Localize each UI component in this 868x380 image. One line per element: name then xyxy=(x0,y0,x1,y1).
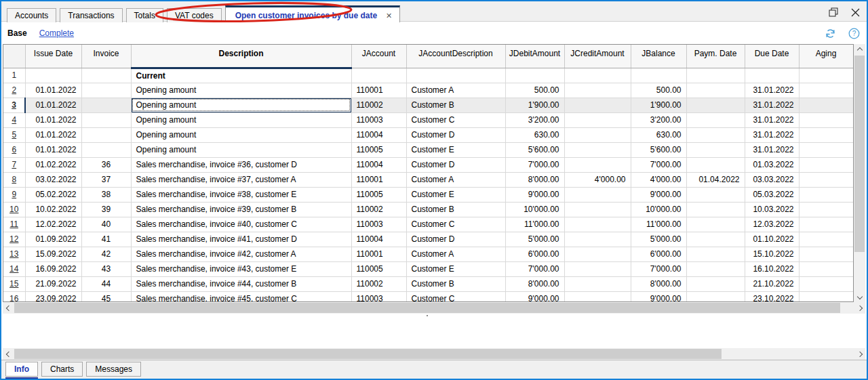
cell[interactable]: 5'000.00 xyxy=(631,232,686,247)
cell[interactable] xyxy=(564,157,631,172)
cell[interactable]: 110005 xyxy=(351,142,406,157)
cell[interactable] xyxy=(799,127,853,142)
cell[interactable] xyxy=(81,142,131,157)
cell[interactable] xyxy=(686,261,745,276)
row-number-link[interactable]: 11 xyxy=(10,219,18,229)
row-number[interactable]: 16 xyxy=(3,291,25,302)
scroll-right-button[interactable] xyxy=(854,302,865,314)
restore-window-button[interactable] xyxy=(827,6,840,18)
cell[interactable]: 110002 xyxy=(351,276,406,291)
cell[interactable]: Sales merchandise, invoice #36, customer… xyxy=(131,157,351,172)
cell[interactable]: Sales merchandise, invoice #38, customer… xyxy=(131,187,351,202)
cell[interactable] xyxy=(564,247,631,261)
column-header[interactable]: JBalance xyxy=(631,45,686,68)
row-number[interactable]: 14 xyxy=(3,261,25,276)
info-horizontal-scrollbar[interactable] xyxy=(3,348,865,360)
scroll-right-button[interactable] xyxy=(854,348,865,360)
column-header[interactable]: Aging xyxy=(799,45,853,68)
column-header[interactable]: Issue Date xyxy=(25,45,81,68)
cell[interactable] xyxy=(25,68,81,83)
cell[interactable]: Customer A xyxy=(406,172,505,187)
cell[interactable]: Customer D xyxy=(406,232,505,247)
cell[interactable] xyxy=(799,247,853,261)
cell[interactable]: 03.02.2022 xyxy=(25,172,81,187)
horizontal-scrollbar-thumb[interactable] xyxy=(14,303,840,313)
scroll-left-button[interactable] xyxy=(3,302,14,314)
cell[interactable] xyxy=(686,83,745,98)
row-number-link[interactable]: 4 xyxy=(12,115,16,125)
cell[interactable]: 5'600.00 xyxy=(631,142,686,157)
cell[interactable]: 11'000.00 xyxy=(505,217,564,232)
cell[interactable] xyxy=(81,83,131,98)
cell[interactable]: 21.10.2022 xyxy=(745,276,799,291)
cell[interactable] xyxy=(686,142,745,157)
cell[interactable] xyxy=(564,112,631,127)
cell[interactable]: 23.10.2022 xyxy=(745,291,799,302)
cell[interactable]: 8'000.00 xyxy=(505,276,564,291)
horizontal-scrollbar-thumb[interactable] xyxy=(14,349,722,359)
cell[interactable]: 5'000.00 xyxy=(505,232,564,247)
row-number-link[interactable]: 2 xyxy=(12,85,16,95)
cell[interactable]: 110002 xyxy=(351,202,406,217)
cell[interactable]: Opening amount xyxy=(131,127,351,142)
cell[interactable]: 630.00 xyxy=(505,127,564,142)
cell[interactable]: 43 xyxy=(81,261,131,276)
cell[interactable] xyxy=(799,98,853,112)
top-tab[interactable]: Accounts xyxy=(7,8,56,23)
cell[interactable]: 630.00 xyxy=(631,127,686,142)
row-number[interactable]: 8 xyxy=(3,172,25,187)
cell[interactable] xyxy=(799,232,853,247)
cell[interactable] xyxy=(81,98,131,112)
row-number-link[interactable]: 16 xyxy=(9,294,18,302)
cell[interactable]: 39 xyxy=(81,202,131,217)
column-header[interactable]: Paym. Date xyxy=(686,45,745,68)
cell[interactable]: Customer B xyxy=(406,202,505,217)
cell[interactable]: 05.03.2022 xyxy=(745,187,799,202)
cell[interactable]: 9'000.00 xyxy=(505,187,564,202)
cell[interactable]: 01.01.2022 xyxy=(25,127,81,142)
cell[interactable]: 38 xyxy=(81,187,131,202)
cell[interactable] xyxy=(505,68,564,83)
cell[interactable]: Customer A xyxy=(406,83,505,98)
tab-open-customer-invoices[interactable]: Open customer invoices by due date ✕ xyxy=(225,5,401,24)
cell[interactable]: 3'200.00 xyxy=(505,112,564,127)
row-number[interactable]: 12 xyxy=(3,232,25,247)
cell[interactable] xyxy=(564,202,631,217)
cell[interactable]: Opening amount xyxy=(131,142,351,157)
bottom-tab[interactable]: Messages xyxy=(86,362,141,377)
row-number[interactable]: 11 xyxy=(3,217,25,232)
cell[interactable] xyxy=(564,291,631,302)
cell[interactable] xyxy=(799,112,853,127)
cell[interactable]: Customer C xyxy=(406,217,505,232)
cell[interactable]: 05.02.2022 xyxy=(25,187,81,202)
cell[interactable]: 110002 xyxy=(351,98,406,112)
row-number[interactable]: 9 xyxy=(3,187,25,202)
cell[interactable]: Current xyxy=(131,68,351,83)
cell[interactable]: Customer E xyxy=(406,187,505,202)
cell[interactable]: 23.09.2022 xyxy=(25,291,81,302)
row-number-link[interactable]: 7 xyxy=(12,160,16,169)
row-number[interactable]: 5 xyxy=(3,127,25,142)
cell[interactable]: 110005 xyxy=(351,187,406,202)
cell[interactable]: 110001 xyxy=(351,247,406,261)
cell[interactable]: Customer E xyxy=(406,142,505,157)
cell[interactable] xyxy=(686,247,745,261)
cell[interactable]: 4'000.00 xyxy=(631,172,686,187)
cell[interactable]: 40 xyxy=(81,217,131,232)
row-number[interactable]: 13 xyxy=(3,247,25,261)
cell[interactable] xyxy=(799,142,853,157)
cell[interactable] xyxy=(799,172,853,187)
cell[interactable]: 110004 xyxy=(351,127,406,142)
cell[interactable]: 110003 xyxy=(351,112,406,127)
cell[interactable] xyxy=(799,202,853,217)
cell[interactable] xyxy=(799,261,853,276)
row-number[interactable]: 6 xyxy=(3,142,25,157)
cell[interactable] xyxy=(799,83,853,98)
cell[interactable] xyxy=(564,127,631,142)
row-number[interactable]: 1 xyxy=(3,68,25,83)
cell[interactable]: Customer C xyxy=(406,291,505,302)
column-header[interactable]: JAccountDescription xyxy=(406,45,505,68)
cell[interactable] xyxy=(686,202,745,217)
cell[interactable]: 110004 xyxy=(351,232,406,247)
cell[interactable]: 31.01.2022 xyxy=(745,142,799,157)
